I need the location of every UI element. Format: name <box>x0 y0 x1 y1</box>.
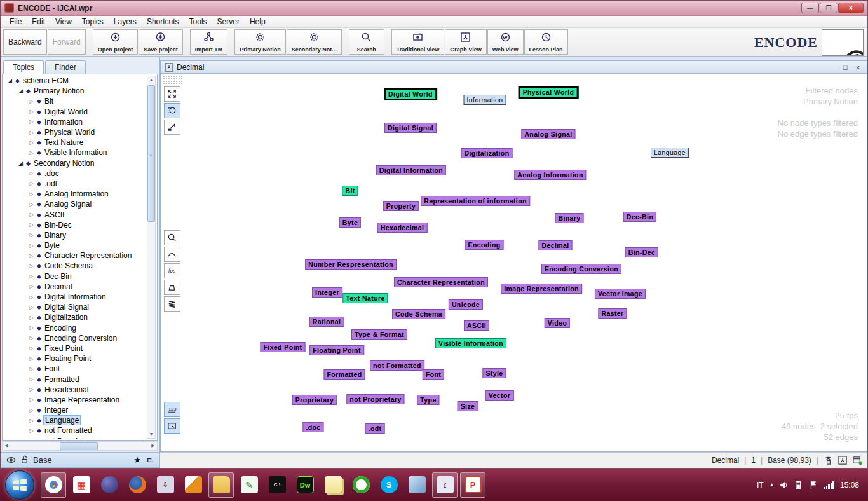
taskbar-app-skype[interactable]: S <box>376 472 402 498</box>
graph-node-raster[interactable]: Raster <box>598 308 627 319</box>
graph-node-analog-information[interactable]: Analog Information <box>514 170 586 180</box>
graph-node-style[interactable]: Style <box>482 368 506 378</box>
graph-node-digitalization[interactable]: Digitalization <box>461 148 513 158</box>
language-indicator[interactable]: IT <box>757 481 764 490</box>
primary-notion-button[interactable]: Primary Notion <box>234 29 286 55</box>
graph-canvas[interactable]: is_reqis_reqis_reqis_reqis_reqis_reqis_r… <box>160 74 867 452</box>
graph-node-dec-bin[interactable]: Dec-Bin <box>623 212 656 222</box>
search-button[interactable]: Search <box>349 29 384 55</box>
expand-icon[interactable]: ▷ <box>28 263 35 269</box>
curve-tool-button[interactable] <box>164 247 180 262</box>
graph-node-size[interactable]: Size <box>458 401 478 411</box>
collapse-icon[interactable]: ◢ <box>6 78 13 84</box>
graph-node-encoding[interactable]: Encoding <box>465 240 503 250</box>
expand-icon[interactable]: ▷ <box>28 222 35 228</box>
fit-view-button[interactable] <box>164 86 180 102</box>
expand-icon[interactable]: ▷ <box>28 181 35 186</box>
open-project-button[interactable]: Open project <box>93 29 139 55</box>
graph-node-type-format[interactable]: Type & Format <box>351 329 407 340</box>
taskbar-app-app-grid[interactable]: ▦ <box>69 472 94 498</box>
graph-node-vector[interactable]: Vector <box>485 390 514 401</box>
expand-icon[interactable]: ▷ <box>28 232 35 238</box>
expand-icon[interactable]: ▷ <box>28 284 35 289</box>
scroll-up-arrow[interactable]: ▲ <box>147 76 155 84</box>
graph-node-bin-dec[interactable]: Bin-Dec <box>625 247 658 257</box>
expand-icon[interactable]: ▷ <box>28 345 35 351</box>
expand-icon[interactable]: ▷ <box>28 130 35 135</box>
tree-item-secondary-notion[interactable]: ◢◆Secondary Notion <box>4 158 147 168</box>
taskbar-app-media-green[interactable] <box>348 472 374 498</box>
canvas-maximize-button[interactable]: □ <box>840 64 850 71</box>
expand-icon[interactable]: ▷ <box>28 305 35 310</box>
tree-item-not-proprietary[interactable]: ▷◆not Proprietary <box>4 436 147 439</box>
graph-node-image-representation[interactable]: Image Representation <box>501 284 582 294</box>
tree-item-visible-information[interactable]: ▷◆Visible Information <box>4 148 147 158</box>
graph-node-bit[interactable]: Bit <box>342 186 358 196</box>
expand-icon[interactable]: ▷ <box>28 325 35 331</box>
collapse-icon[interactable]: ◢ <box>17 160 24 167</box>
graph-node-visible-information[interactable]: Visible Information <box>435 338 506 348</box>
tree-item-integer[interactable]: ▷◆Integer <box>4 405 147 415</box>
expand-icon[interactable]: ▷ <box>28 99 35 104</box>
taskbar-app-ink-tool[interactable] <box>180 472 206 498</box>
numbers-tool-button[interactable]: 123 <box>164 402 180 417</box>
tree-item-encoding-conversion[interactable]: ▷◆Encoding Conversion <box>4 333 147 343</box>
menu-topics[interactable]: Topics <box>77 16 109 27</box>
graph-node-language[interactable]: Language <box>651 148 689 158</box>
graph-node-digital-information[interactable]: Digital Information <box>376 165 446 175</box>
star-icon[interactable]: ★ <box>133 455 141 465</box>
layer-panel-icon[interactable] <box>145 455 154 465</box>
menu-layers[interactable]: Layers <box>109 16 142 27</box>
edge-tool-button[interactable] <box>164 120 180 135</box>
tree-item--odt[interactable]: ▷◆.odt <box>4 179 147 189</box>
graph-node-representation-of-information[interactable]: Representation of information <box>421 196 530 206</box>
tree-item-fixed-point[interactable]: ▷◆Fixed Point <box>4 343 147 353</box>
canvas-close-button[interactable]: × <box>853 64 863 71</box>
tree-vertical-scrollbar[interactable]: ▲ ≡ ▼ <box>147 76 156 439</box>
graph-node-digital-signal[interactable]: Digital Signal <box>384 123 437 133</box>
graph-node-not-formatted[interactable]: not Formatted <box>370 360 424 371</box>
backward-button[interactable]: Backward <box>3 29 47 55</box>
scroll-right-arrow[interactable]: ▶ <box>149 442 157 450</box>
collapse-icon[interactable]: ◢ <box>17 88 24 94</box>
graph-node--doc[interactable]: .doc <box>302 422 323 432</box>
menu-edit[interactable]: Edit <box>27 16 50 27</box>
graph-node--odt[interactable]: .odt <box>365 423 385 434</box>
tree-item-primary-notion[interactable]: ◢◆Primary Notion <box>4 86 147 96</box>
expand-icon[interactable]: ▷ <box>28 202 35 207</box>
expand-icon[interactable]: ▷ <box>28 408 35 413</box>
scroll-thumb[interactable]: ≡ <box>147 85 155 222</box>
expand-icon[interactable]: ▷ <box>28 428 35 434</box>
tree-item-dec-bin[interactable]: ▷◆Dec-Bin <box>4 271 147 282</box>
expand-icon[interactable]: ▷ <box>28 253 35 259</box>
graph-node-proprietary[interactable]: Proprietary <box>292 395 337 405</box>
menu-server[interactable]: Server <box>212 16 245 27</box>
node-tool-button[interactable] <box>164 103 180 118</box>
tab-topics[interactable]: Topics <box>3 60 44 74</box>
label-box-tool-button[interactable] <box>164 418 180 434</box>
tree-item-decimal[interactable]: ▷◆Decimal <box>4 282 147 292</box>
tree-item-digitalization[interactable]: ▷◆Digitalization <box>4 312 147 322</box>
expand-icon[interactable]: ▷ <box>28 356 35 362</box>
expand-icon[interactable]: ▷ <box>28 387 35 392</box>
graph-node-vector-image[interactable]: Vector image <box>595 289 646 299</box>
graph-node-fixed-point[interactable]: Fixed Point <box>261 342 306 352</box>
taskbar-app-firefox[interactable] <box>125 472 150 498</box>
graph-node-property[interactable]: Property <box>383 201 419 211</box>
expand-icon[interactable]: ▷ <box>28 243 35 249</box>
graph-node-ascii[interactable]: ASCII <box>464 320 489 331</box>
tree-item-bin-dec[interactable]: ▷◆Bin-Dec <box>4 220 147 230</box>
menu-file[interactable]: File <box>4 16 27 27</box>
tree-item-character-representation[interactable]: ▷◆Character Representation <box>4 251 147 261</box>
graph-node-text-nature[interactable]: Text Nature <box>342 293 388 303</box>
web-view-button[interactable]: Web view <box>487 29 524 55</box>
graph-node-integer[interactable]: Integer <box>312 287 342 298</box>
expand-icon[interactable]: ▷ <box>28 140 35 146</box>
expand-icon[interactable]: ▷ <box>28 119 35 125</box>
expand-icon[interactable]: ▷ <box>28 315 35 320</box>
tree-item-code-schema[interactable]: ▷◆Code Schema <box>4 261 147 271</box>
tree-item-binary[interactable]: ▷◆Binary <box>4 230 147 240</box>
taskbar-app-eclipse[interactable] <box>97 472 122 498</box>
taskbar-app-powerpoint[interactable]: P <box>460 472 485 498</box>
save-project-button[interactable]: Save project <box>139 29 183 55</box>
